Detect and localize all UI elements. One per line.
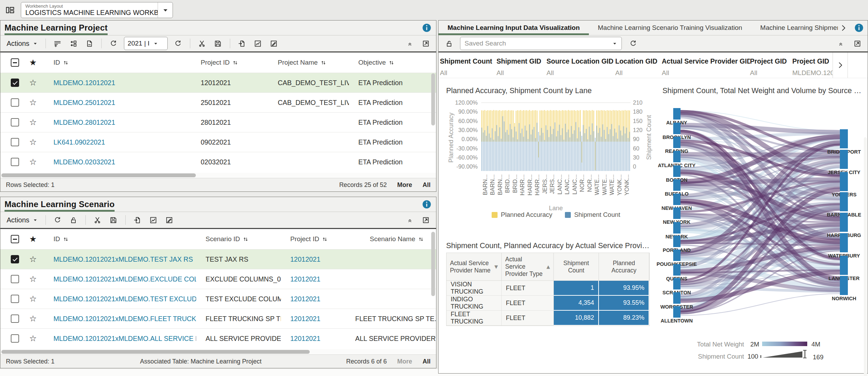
remove-document-button[interactable]	[84, 38, 95, 49]
star-outline-icon[interactable]: ☆	[29, 334, 37, 343]
row-checkbox[interactable]	[11, 158, 19, 166]
table-row[interactable]: ☆MLDEMO.12012021xMLDEMO.TEST EXCLUDE COL…	[0, 289, 436, 309]
row-checkbox[interactable]	[11, 118, 19, 126]
info-icon[interactable]	[854, 23, 863, 32]
project-id-link[interactable]: 12012021	[281, 315, 355, 323]
vertical-scrollbar[interactable]	[431, 232, 435, 296]
export-button[interactable]	[132, 214, 143, 226]
sankey-destination-node[interactable]	[840, 192, 848, 211]
export-button[interactable]	[236, 38, 248, 49]
sankey-source-node[interactable]	[673, 151, 681, 162]
scenario-id-link[interactable]: MLDEMO.12012021xMLDEMO.TEST JAX RS	[44, 255, 196, 263]
filter-source-location-gid[interactable]: Source Location GIDAll	[546, 52, 615, 78]
column-header-scenario-name[interactable]: Scenario Name	[355, 235, 436, 243]
project-id-link[interactable]: MLDEMO.12012021	[44, 79, 191, 87]
star-filled-icon[interactable]: ★	[29, 235, 37, 243]
collapse-panel-button[interactable]	[404, 214, 415, 226]
open-window-button[interactable]	[420, 38, 431, 49]
all-link[interactable]: All	[423, 358, 431, 365]
sankey-destination-node[interactable]	[840, 256, 848, 275]
workbench-layout-icon[interactable]	[6, 6, 15, 15]
filter-shipment-count[interactable]: Shipment CountAll	[440, 52, 496, 78]
project-id-link[interactable]: MLDEMO.25012021	[44, 99, 191, 107]
refresh-button[interactable]	[52, 214, 63, 226]
select-all-checkbox[interactable]	[11, 58, 19, 67]
star-outline-icon[interactable]: ☆	[29, 275, 37, 283]
sankey-source-node[interactable]	[673, 236, 681, 247]
table-row[interactable]: ☆MLDEMO.2801202128012021ETA Prediction	[0, 112, 436, 132]
sankey-source-node[interactable]	[673, 137, 681, 148]
bar-chart-plot[interactable]	[481, 103, 631, 171]
sort-icon[interactable]	[63, 60, 68, 65]
table-row[interactable]: ☆MLDEMO.12012021xMLDEMO.ALL SERVICE PROV…	[0, 328, 436, 348]
sankey-source-node[interactable]	[673, 222, 681, 234]
project-id-link[interactable]: 12012021	[281, 275, 355, 283]
table-row[interactable]: ☆MLDEMO.2501202125012021CAB_DEMO_TEST_LI…	[0, 92, 436, 112]
sankey-source-node[interactable]	[673, 194, 681, 205]
row-checkbox[interactable]	[11, 334, 19, 343]
refresh-button[interactable]	[108, 38, 119, 49]
filter-value[interactable]: All	[750, 69, 792, 77]
sankey-diagram[interactable]: ALBANYBROOKLYNREADINGATLANTIC CITYBOSTON…	[660, 102, 866, 335]
row-checkbox[interactable]	[11, 138, 19, 146]
sort-desc-icon[interactable]: ▼	[494, 264, 498, 269]
filter-value[interactable]: All	[662, 69, 750, 77]
horizontal-scrollbar[interactable]	[0, 173, 436, 178]
filter-value[interactable]: All	[615, 69, 662, 77]
unlock-button[interactable]	[443, 38, 454, 49]
scenario-id-link[interactable]: MLDEMO.12012021xMLDEMO.TEST EXCLUDE COL.…	[44, 295, 196, 303]
panel-scrollbar[interactable]	[864, 137, 867, 376]
tabs-overflow-button[interactable]	[838, 22, 849, 33]
pivot-column-header[interactable]: Actual Service Provider Type ▲	[502, 253, 554, 281]
row-checkbox[interactable]	[11, 255, 19, 263]
table-row[interactable]: ☆MLDEMO.0203202102032021ETA Prediction	[0, 152, 436, 172]
tab-2[interactable]: Machine Learning Scenario Training Visua…	[589, 21, 751, 35]
column-header-project-id[interactable]: Project ID	[191, 59, 268, 66]
sankey-source-node[interactable]	[673, 250, 681, 261]
filter-value[interactable]: MLDEMO.120120	[792, 69, 833, 77]
table-row[interactable]: ☆MLDEMO.1201202112012021CAB_DEMO_TEST_LI…	[0, 73, 436, 92]
open-window-button[interactable]	[852, 38, 863, 49]
row-checkbox[interactable]	[11, 314, 19, 323]
column-header-objective[interactable]: Objective	[349, 59, 436, 66]
sort-icon[interactable]	[233, 60, 238, 65]
workbench-layout-select[interactable]: Workbench Layout LOGISTICS MACHINE LEARN…	[21, 2, 173, 18]
table-row[interactable]: ☆MLDEMO.12012021xMLDEMO.FLEET TRUCKING S…	[0, 309, 436, 328]
table-row[interactable]: ☆MLDEMO.12012021xMLDEMO.EXCLUDE COLUMN..…	[0, 269, 436, 289]
edit-button[interactable]	[164, 214, 175, 226]
sankey-source-node[interactable]	[673, 292, 681, 304]
star-outline-icon[interactable]: ☆	[29, 314, 37, 323]
filter-location-gid[interactable]: Location GIDAll	[615, 52, 662, 78]
collapse-panel-button[interactable]	[404, 38, 415, 49]
sankey-source-node[interactable]	[673, 264, 681, 276]
filter-value[interactable]: All	[546, 69, 615, 77]
project-id-link[interactable]: MLDEMO.28012021	[44, 118, 191, 126]
sort-asc-icon[interactable]: ▲	[546, 264, 550, 269]
horizontal-scrollbar[interactable]	[0, 349, 436, 354]
chart-button[interactable]	[252, 38, 264, 49]
sankey-destination-node[interactable]	[840, 213, 848, 232]
info-icon[interactable]	[422, 23, 431, 32]
all-link[interactable]: All	[423, 181, 431, 189]
sankey-source-node[interactable]	[673, 108, 681, 120]
scenario-id-link[interactable]: MLDEMO.12012021xMLDEMO.EXCLUDE COLUMN...	[44, 275, 196, 283]
table-row[interactable]: ☆LK641.0902202109022021ETA Prediction	[0, 132, 436, 152]
sankey-destination-node[interactable]	[840, 129, 848, 148]
sankey-source-node[interactable]	[673, 278, 681, 289]
sort-icon[interactable]	[243, 237, 248, 242]
filter-project-gid[interactable]: Project GIDAll	[750, 52, 792, 78]
sort-icon[interactable]	[389, 60, 394, 65]
filter-shipment-gid[interactable]: Shipment GIDAll	[496, 52, 546, 78]
column-header-project-id[interactable]: Project ID	[281, 235, 355, 243]
sankey-destination-node[interactable]	[840, 233, 848, 252]
column-header-project-name[interactable]: Project Name	[268, 59, 349, 66]
row-checkbox[interactable]	[11, 295, 19, 303]
save-button[interactable]	[212, 38, 224, 49]
star-outline-icon[interactable]: ☆	[29, 118, 37, 126]
workbench-layout-caret[interactable]	[158, 2, 173, 18]
sankey-destination-node[interactable]	[840, 172, 848, 191]
save-button[interactable]	[108, 214, 119, 226]
info-icon[interactable]	[422, 200, 431, 209]
redo-refresh-button[interactable]	[173, 38, 184, 49]
table-row[interactable]: ☆MLDEMO.12012021xMLDEMO.TEST JAX RSTEST …	[0, 249, 436, 269]
